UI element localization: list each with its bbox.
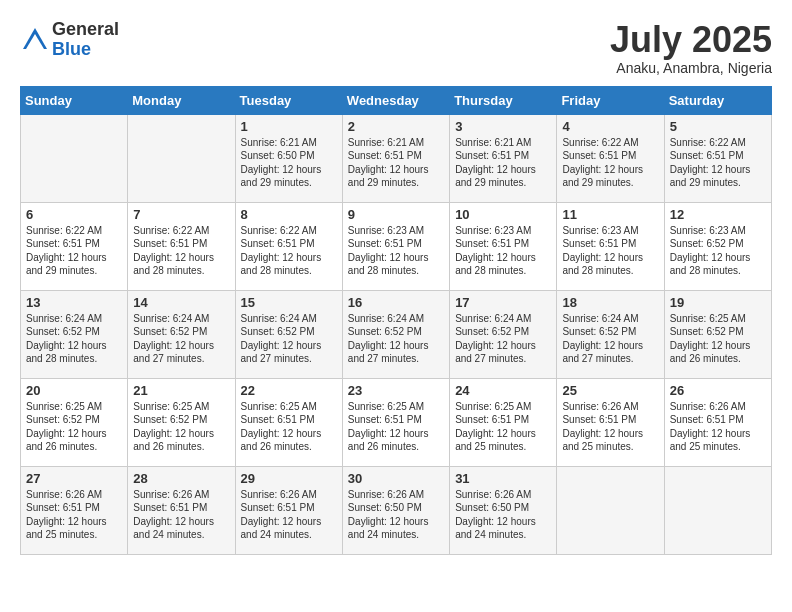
calendar-cell: 13Sunrise: 6:24 AMSunset: 6:52 PMDayligh… (21, 290, 128, 378)
day-number: 1 (241, 119, 337, 134)
day-info: Sunrise: 6:26 AMSunset: 6:51 PMDaylight:… (241, 488, 337, 542)
calendar-cell: 19Sunrise: 6:25 AMSunset: 6:52 PMDayligh… (664, 290, 771, 378)
day-number: 18 (562, 295, 658, 310)
day-info: Sunrise: 6:24 AMSunset: 6:52 PMDaylight:… (348, 312, 444, 366)
calendar-cell: 4Sunrise: 6:22 AMSunset: 6:51 PMDaylight… (557, 114, 664, 202)
day-header-sunday: Sunday (21, 86, 128, 114)
calendar-cell: 24Sunrise: 6:25 AMSunset: 6:51 PMDayligh… (450, 378, 557, 466)
calendar-cell: 28Sunrise: 6:26 AMSunset: 6:51 PMDayligh… (128, 466, 235, 554)
day-info: Sunrise: 6:25 AMSunset: 6:52 PMDaylight:… (133, 400, 229, 454)
calendar-week-row: 1Sunrise: 6:21 AMSunset: 6:50 PMDaylight… (21, 114, 772, 202)
calendar-cell: 3Sunrise: 6:21 AMSunset: 6:51 PMDaylight… (450, 114, 557, 202)
day-number: 29 (241, 471, 337, 486)
day-number: 15 (241, 295, 337, 310)
day-number: 22 (241, 383, 337, 398)
day-header-tuesday: Tuesday (235, 86, 342, 114)
day-info: Sunrise: 6:21 AMSunset: 6:51 PMDaylight:… (455, 136, 551, 190)
calendar-cell: 15Sunrise: 6:24 AMSunset: 6:52 PMDayligh… (235, 290, 342, 378)
calendar-week-row: 27Sunrise: 6:26 AMSunset: 6:51 PMDayligh… (21, 466, 772, 554)
calendar-cell: 11Sunrise: 6:23 AMSunset: 6:51 PMDayligh… (557, 202, 664, 290)
logo-general: General (52, 20, 119, 40)
day-number: 24 (455, 383, 551, 398)
calendar-cell: 29Sunrise: 6:26 AMSunset: 6:51 PMDayligh… (235, 466, 342, 554)
calendar-cell: 16Sunrise: 6:24 AMSunset: 6:52 PMDayligh… (342, 290, 449, 378)
day-info: Sunrise: 6:24 AMSunset: 6:52 PMDaylight:… (133, 312, 229, 366)
day-info: Sunrise: 6:22 AMSunset: 6:51 PMDaylight:… (241, 224, 337, 278)
day-info: Sunrise: 6:26 AMSunset: 6:50 PMDaylight:… (455, 488, 551, 542)
calendar-cell: 31Sunrise: 6:26 AMSunset: 6:50 PMDayligh… (450, 466, 557, 554)
day-number: 2 (348, 119, 444, 134)
logo-icon (20, 25, 50, 55)
day-info: Sunrise: 6:26 AMSunset: 6:50 PMDaylight:… (348, 488, 444, 542)
calendar-table: SundayMondayTuesdayWednesdayThursdayFrid… (20, 86, 772, 555)
calendar-cell: 6Sunrise: 6:22 AMSunset: 6:51 PMDaylight… (21, 202, 128, 290)
day-header-saturday: Saturday (664, 86, 771, 114)
calendar-cell: 9Sunrise: 6:23 AMSunset: 6:51 PMDaylight… (342, 202, 449, 290)
day-info: Sunrise: 6:25 AMSunset: 6:51 PMDaylight:… (241, 400, 337, 454)
day-number: 10 (455, 207, 551, 222)
day-info: Sunrise: 6:23 AMSunset: 6:51 PMDaylight:… (348, 224, 444, 278)
calendar-cell: 27Sunrise: 6:26 AMSunset: 6:51 PMDayligh… (21, 466, 128, 554)
day-info: Sunrise: 6:21 AMSunset: 6:50 PMDaylight:… (241, 136, 337, 190)
calendar-cell: 5Sunrise: 6:22 AMSunset: 6:51 PMDaylight… (664, 114, 771, 202)
day-info: Sunrise: 6:25 AMSunset: 6:51 PMDaylight:… (455, 400, 551, 454)
calendar-cell: 22Sunrise: 6:25 AMSunset: 6:51 PMDayligh… (235, 378, 342, 466)
day-info: Sunrise: 6:26 AMSunset: 6:51 PMDaylight:… (562, 400, 658, 454)
day-header-wednesday: Wednesday (342, 86, 449, 114)
day-number: 28 (133, 471, 229, 486)
calendar-cell: 10Sunrise: 6:23 AMSunset: 6:51 PMDayligh… (450, 202, 557, 290)
logo: General Blue (20, 20, 119, 60)
day-info: Sunrise: 6:25 AMSunset: 6:52 PMDaylight:… (670, 312, 766, 366)
day-number: 23 (348, 383, 444, 398)
page-header: General Blue July 2025 Anaku, Anambra, N… (20, 20, 772, 76)
day-header-friday: Friday (557, 86, 664, 114)
calendar-cell: 1Sunrise: 6:21 AMSunset: 6:50 PMDaylight… (235, 114, 342, 202)
calendar-header-row: SundayMondayTuesdayWednesdayThursdayFrid… (21, 86, 772, 114)
calendar-cell: 8Sunrise: 6:22 AMSunset: 6:51 PMDaylight… (235, 202, 342, 290)
calendar-cell: 14Sunrise: 6:24 AMSunset: 6:52 PMDayligh… (128, 290, 235, 378)
day-header-monday: Monday (128, 86, 235, 114)
day-info: Sunrise: 6:22 AMSunset: 6:51 PMDaylight:… (26, 224, 122, 278)
day-info: Sunrise: 6:26 AMSunset: 6:51 PMDaylight:… (670, 400, 766, 454)
day-number: 14 (133, 295, 229, 310)
day-info: Sunrise: 6:24 AMSunset: 6:52 PMDaylight:… (241, 312, 337, 366)
calendar-cell (664, 466, 771, 554)
day-number: 21 (133, 383, 229, 398)
day-info: Sunrise: 6:22 AMSunset: 6:51 PMDaylight:… (133, 224, 229, 278)
calendar-week-row: 13Sunrise: 6:24 AMSunset: 6:52 PMDayligh… (21, 290, 772, 378)
day-info: Sunrise: 6:23 AMSunset: 6:51 PMDaylight:… (455, 224, 551, 278)
calendar-cell: 25Sunrise: 6:26 AMSunset: 6:51 PMDayligh… (557, 378, 664, 466)
calendar-cell: 12Sunrise: 6:23 AMSunset: 6:52 PMDayligh… (664, 202, 771, 290)
calendar-cell: 30Sunrise: 6:26 AMSunset: 6:50 PMDayligh… (342, 466, 449, 554)
day-number: 7 (133, 207, 229, 222)
day-number: 12 (670, 207, 766, 222)
day-info: Sunrise: 6:24 AMSunset: 6:52 PMDaylight:… (455, 312, 551, 366)
day-number: 9 (348, 207, 444, 222)
day-info: Sunrise: 6:21 AMSunset: 6:51 PMDaylight:… (348, 136, 444, 190)
title-section: July 2025 Anaku, Anambra, Nigeria (610, 20, 772, 76)
calendar-week-row: 20Sunrise: 6:25 AMSunset: 6:52 PMDayligh… (21, 378, 772, 466)
day-number: 16 (348, 295, 444, 310)
day-info: Sunrise: 6:26 AMSunset: 6:51 PMDaylight:… (133, 488, 229, 542)
logo-text: General Blue (52, 20, 119, 60)
day-info: Sunrise: 6:22 AMSunset: 6:51 PMDaylight:… (562, 136, 658, 190)
calendar-week-row: 6Sunrise: 6:22 AMSunset: 6:51 PMDaylight… (21, 202, 772, 290)
month-title: July 2025 (610, 20, 772, 60)
day-number: 17 (455, 295, 551, 310)
day-info: Sunrise: 6:24 AMSunset: 6:52 PMDaylight:… (562, 312, 658, 366)
calendar-cell: 7Sunrise: 6:22 AMSunset: 6:51 PMDaylight… (128, 202, 235, 290)
calendar-cell: 18Sunrise: 6:24 AMSunset: 6:52 PMDayligh… (557, 290, 664, 378)
calendar-cell: 23Sunrise: 6:25 AMSunset: 6:51 PMDayligh… (342, 378, 449, 466)
calendar-cell (128, 114, 235, 202)
day-info: Sunrise: 6:25 AMSunset: 6:51 PMDaylight:… (348, 400, 444, 454)
location-subtitle: Anaku, Anambra, Nigeria (610, 60, 772, 76)
calendar-cell: 20Sunrise: 6:25 AMSunset: 6:52 PMDayligh… (21, 378, 128, 466)
day-info: Sunrise: 6:23 AMSunset: 6:52 PMDaylight:… (670, 224, 766, 278)
day-info: Sunrise: 6:22 AMSunset: 6:51 PMDaylight:… (670, 136, 766, 190)
day-number: 25 (562, 383, 658, 398)
day-number: 4 (562, 119, 658, 134)
day-number: 11 (562, 207, 658, 222)
day-number: 5 (670, 119, 766, 134)
day-number: 3 (455, 119, 551, 134)
calendar-cell: 21Sunrise: 6:25 AMSunset: 6:52 PMDayligh… (128, 378, 235, 466)
